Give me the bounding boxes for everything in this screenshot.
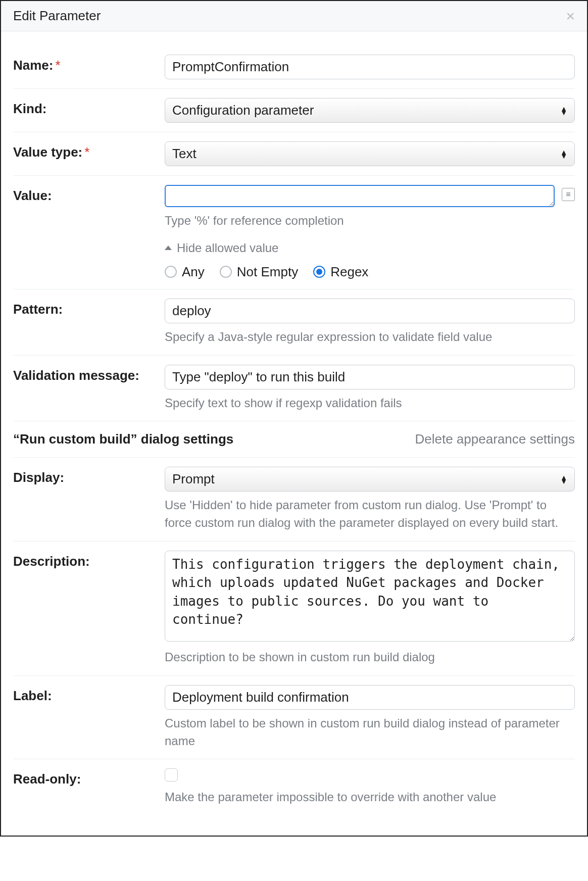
label-kind: Kind:	[13, 98, 165, 117]
label-name: Name:*	[13, 55, 165, 73]
row-value-type: Value type:* Text ▲▼	[13, 132, 575, 176]
label-value-type: Value type:*	[13, 141, 165, 160]
label-pattern: Pattern:	[13, 299, 165, 317]
required-asterisk-icon: *	[84, 144, 89, 160]
chevron-up-icon	[165, 246, 172, 250]
hint-description: Description to be shown in custom run bu…	[165, 649, 575, 666]
required-asterisk-icon: *	[55, 58, 60, 73]
label-display: Display:	[13, 467, 165, 485]
edit-parameter-dialog: Edit Parameter × Name:* Kind: Configurat…	[0, 0, 588, 837]
description-input[interactable]	[165, 551, 575, 642]
hint-value: Type '%' for reference completion	[165, 212, 575, 230]
hint-read-only: Make the parameter impossible to overrid…	[165, 789, 575, 806]
radio-not-empty[interactable]: Not Empty	[220, 264, 298, 280]
label-label: Label:	[13, 685, 165, 704]
label-read-only: Read-only:	[13, 768, 165, 787]
value-input[interactable]	[165, 185, 555, 207]
row-kind: Kind: Configuration parameter ▲▼	[13, 89, 575, 132]
delete-appearance-settings-link[interactable]: Delete appearance settings	[415, 431, 575, 447]
name-input[interactable]	[165, 55, 575, 79]
run-custom-build-section-header: “Run custom build” dialog settings Delet…	[13, 421, 575, 458]
section-title: “Run custom build” dialog settings	[13, 431, 233, 447]
allowed-value-radio-group: Any Not Empty Regex	[165, 264, 575, 280]
dialog-body: Name:* Kind: Configuration parameter ▲▼ …	[1, 31, 587, 836]
kind-select[interactable]: Configuration parameter ▲▼	[165, 98, 575, 123]
close-icon[interactable]: ×	[566, 9, 575, 24]
radio-any[interactable]: Any	[165, 264, 205, 280]
expand-editor-icon[interactable]: ≡	[562, 188, 575, 201]
value-type-select[interactable]: Text ▲▼	[165, 141, 575, 166]
row-validation-message: Validation message: Specify text to show…	[13, 356, 575, 422]
chevron-updown-icon: ▲▼	[560, 150, 567, 158]
row-name: Name:*	[13, 45, 575, 89]
chevron-updown-icon: ▲▼	[560, 475, 567, 483]
dialog-header: Edit Parameter ×	[1, 1, 587, 31]
label-validation-message: Validation message:	[13, 365, 165, 383]
row-read-only: Read-only: Make the parameter impossible…	[13, 759, 575, 815]
row-label-field: Label: Custom label to be shown in custo…	[13, 676, 575, 760]
label-input[interactable]	[165, 685, 575, 710]
hint-pattern: Specify a Java-style regular expression …	[165, 328, 575, 346]
radio-icon	[220, 266, 232, 278]
display-select[interactable]: Prompt ▲▼	[165, 467, 575, 492]
label-value: Value:	[13, 185, 165, 204]
radio-icon	[165, 266, 177, 278]
read-only-checkbox[interactable]	[165, 768, 178, 781]
radio-regex[interactable]: Regex	[313, 264, 368, 280]
hint-validation-message: Specify text to show if regexp validatio…	[165, 395, 575, 412]
row-value: Value: ≡ Type '%' for reference completi…	[13, 176, 575, 289]
dialog-title: Edit Parameter	[13, 8, 101, 24]
chevron-updown-icon: ▲▼	[560, 107, 567, 115]
hint-display: Use 'Hidden' to hide parameter from cust…	[165, 497, 575, 532]
label-description: Description:	[13, 551, 165, 569]
radio-icon	[313, 266, 325, 278]
row-display: Display: Prompt ▲▼ Use 'Hidden' to hide …	[13, 458, 575, 542]
row-pattern: Pattern: Specify a Java-style regular ex…	[13, 289, 575, 356]
hide-allowed-value-toggle[interactable]: Hide allowed value	[165, 241, 575, 255]
hint-label: Custom label to be shown in custom run b…	[165, 715, 575, 750]
validation-message-input[interactable]	[165, 365, 575, 389]
row-description: Description: Description to be shown in …	[13, 542, 575, 676]
pattern-input[interactable]	[165, 299, 575, 323]
